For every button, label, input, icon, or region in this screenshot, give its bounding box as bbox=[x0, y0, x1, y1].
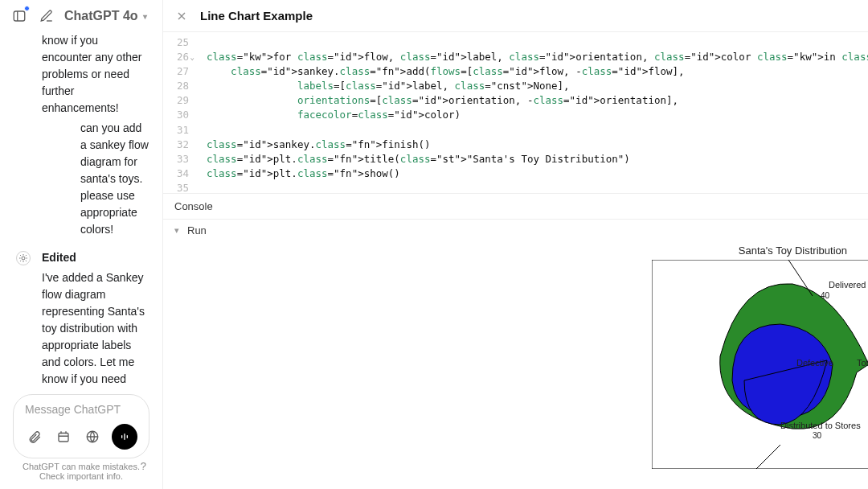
chat-header: ChatGPT 4o ▾ bbox=[0, 0, 162, 32]
code-editor[interactable]: 2526⌄272829303132333435 class="kw">for c… bbox=[163, 32, 868, 193]
svg-text:Delivered to Children: Delivered to Children bbox=[829, 280, 868, 290]
model-name-label: ChatGPT 4o bbox=[64, 9, 138, 23]
chevron-down-icon: ▾ bbox=[143, 12, 147, 21]
svg-rect-7 bbox=[121, 435, 122, 438]
plot-output: Santa's Toy Distribution Delivered to Ch… bbox=[163, 241, 868, 489]
voice-send-button[interactable] bbox=[112, 424, 137, 450]
new-chat-icon[interactable] bbox=[37, 6, 56, 26]
assistant-avatar-icon bbox=[16, 251, 31, 265]
console-label: Console bbox=[174, 200, 213, 212]
canvas-pane: Line Chart Example Run L 2526⌄2728293031… bbox=[163, 0, 868, 489]
chat-pane: ChatGPT 4o ▾ know if you encounter any o… bbox=[0, 0, 163, 489]
svg-rect-0 bbox=[14, 11, 25, 21]
svg-rect-8 bbox=[124, 434, 125, 440]
attach-icon[interactable] bbox=[25, 427, 44, 446]
console-run-row[interactable]: ▾ Run Just now bbox=[163, 219, 868, 241]
svg-point-2 bbox=[22, 257, 25, 260]
svg-text:40: 40 bbox=[821, 291, 830, 300]
assistant-text: I've added a Sankey flow diagram represe… bbox=[42, 269, 149, 386]
console-run-label: Run bbox=[187, 224, 207, 236]
chat-input-box[interactable] bbox=[13, 394, 149, 458]
svg-text:30: 30 bbox=[813, 431, 822, 440]
chat-scroll: know if you encounter any other problems… bbox=[0, 32, 162, 386]
close-canvas-icon[interactable] bbox=[174, 9, 189, 23]
chat-input-area: ChatGPT can make mistakes. Check importa… bbox=[0, 386, 162, 489]
model-selector[interactable]: ChatGPT 4o ▾ bbox=[64, 9, 147, 23]
canvas-header: Line Chart Example Run L bbox=[163, 0, 868, 32]
tools-icon[interactable] bbox=[54, 427, 73, 446]
chevron-down-icon: ▾ bbox=[174, 225, 179, 236]
sidebar-toggle-icon[interactable] bbox=[10, 6, 29, 26]
svg-text:Defective: Defective bbox=[796, 358, 833, 368]
assistant-message: Edited I've added a Sankey flow diagram … bbox=[16, 249, 149, 386]
console-header: Console bbox=[163, 193, 868, 219]
edited-label: Edited bbox=[42, 249, 149, 266]
sankey-chart: Delivered to Children 40 Total Toys 100 … bbox=[652, 260, 868, 469]
svg-text:Distributed to Stores: Distributed to Stores bbox=[780, 421, 861, 430]
svg-text:Total Toys: Total Toys bbox=[857, 358, 868, 368]
svg-line-14 bbox=[756, 445, 780, 469]
user-message: can you add a sankey flow diagram for sa… bbox=[16, 117, 149, 238]
disclaimer-text: ChatGPT can make mistakes. Check importa… bbox=[13, 462, 149, 481]
chat-input[interactable] bbox=[25, 403, 137, 416]
canvas-title: Line Chart Example bbox=[200, 9, 313, 23]
svg-rect-5 bbox=[59, 434, 68, 442]
svg-rect-9 bbox=[127, 435, 128, 438]
assistant-message-partial: know if you encounter any other problems… bbox=[16, 32, 149, 117]
plot-title: Santa's Toy Distribution bbox=[652, 244, 868, 257]
web-icon[interactable] bbox=[83, 427, 102, 446]
help-icon[interactable]: ? bbox=[141, 460, 146, 472]
